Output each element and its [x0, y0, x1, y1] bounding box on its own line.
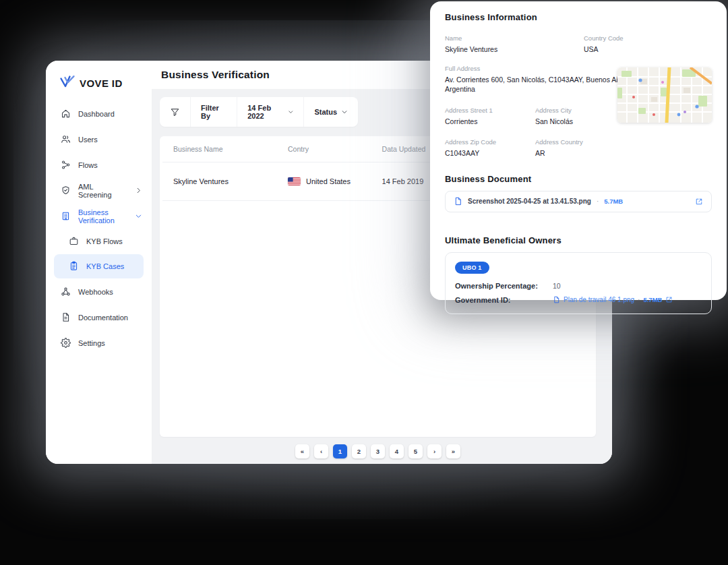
field-value: Av. Corrientes 600, San Nicolás, C1043AA…: [445, 75, 635, 94]
panel-title: Business Information: [445, 12, 712, 22]
field-label: Address Street 1: [445, 107, 535, 114]
pagination-page-5[interactable]: 5: [408, 444, 423, 458]
ownership-row: Ownership Percentage: 10: [455, 282, 702, 290]
pagination-page-4[interactable]: 4: [390, 444, 404, 458]
gear-icon: [61, 338, 71, 349]
vove-logo-icon: [59, 74, 75, 92]
flows-icon: [61, 160, 71, 171]
field-row: Name Skyline Ventures Country Code USA: [445, 34, 712, 54]
field-label: Name: [445, 34, 584, 42]
webhook-icon: [61, 287, 71, 298]
pagination-prev-button[interactable]: ‹: [314, 444, 328, 458]
external-link-icon[interactable]: [695, 198, 703, 206]
status-filter-dropdown[interactable]: Status: [304, 97, 358, 127]
field-name: Name Skyline Ventures: [445, 34, 584, 54]
government-id-label: Government ID:: [455, 296, 553, 304]
separator: ·: [638, 296, 640, 303]
sidebar-item-label: KYB Cases: [86, 262, 124, 270]
pagination-page-1[interactable]: 1: [333, 444, 347, 458]
sidebar-item-aml-screening[interactable]: AML Screening: [46, 178, 152, 204]
government-id-file-size: 5.7MB: [643, 296, 662, 303]
cell-business-name: Skyline Ventures: [173, 177, 288, 185]
document-file-size: 5.7MB: [604, 198, 623, 205]
status-filter-label: Status: [314, 108, 337, 116]
government-id-file-link[interactable]: Plan de travail 46 1.png · 5.7MB: [553, 296, 673, 303]
filter-by-label: Filter By: [201, 104, 226, 120]
date-filter-dropdown[interactable]: 14 Feb 2022: [237, 97, 304, 127]
ubo-section-title: Ultimate Beneficial Owners: [445, 235, 712, 245]
document-icon: [61, 312, 71, 324]
pagination-last-button[interactable]: »: [446, 444, 460, 458]
sidebar-item-kyb-flows[interactable]: KYB Flows: [46, 229, 152, 254]
sidebar-nav: Dashboard Users Flows AML Screening Busi…: [46, 101, 152, 356]
map-image: [617, 67, 712, 123]
field-country-code: Country Code USA: [584, 34, 712, 54]
page-title: Business Verification: [161, 69, 270, 81]
funnel-icon: [170, 107, 180, 117]
sidebar-item-kyb-cases[interactable]: KYB Cases: [54, 254, 144, 278]
shield-check-icon: [61, 185, 71, 197]
government-id-row: Government ID: Plan de travail 46 1.png …: [455, 296, 702, 304]
ownership-label: Ownership Percentage:: [455, 282, 553, 290]
file-icon: [553, 296, 560, 303]
field-country: Address Country AR: [535, 138, 712, 158]
chevron-down-icon: [288, 109, 294, 115]
cell-country: United States: [288, 177, 382, 185]
ownership-value: 10: [553, 282, 561, 290]
sidebar-item-users[interactable]: Users: [46, 127, 152, 152]
field-zip: Address Zip Code C1043AAY: [445, 138, 535, 158]
pagination: « ‹ 1 2 3 4 5 › »: [160, 444, 596, 458]
sidebar: VOVE ID Dashboard Users Flows AML Screen…: [46, 61, 152, 464]
ubo-badge: UBO 1: [455, 262, 489, 274]
sidebar-item-business-verification[interactable]: Business Verification: [46, 204, 152, 229]
sidebar-item-label: Users: [78, 136, 98, 144]
address-map-thumbnail[interactable]: [617, 67, 712, 123]
government-id-file-name: Plan de travail 46 1.png: [564, 296, 634, 303]
sidebar-item-webhooks[interactable]: Webhooks: [46, 279, 152, 305]
filter-by-button[interactable]: Filter By: [191, 97, 237, 127]
clipboard-list-icon: [69, 261, 79, 272]
field-label: Address Country: [535, 138, 712, 146]
logo[interactable]: VOVE ID: [46, 61, 152, 92]
business-document-row[interactable]: Screenshot 2025-04-25 at 13.41.53.png · …: [445, 191, 712, 212]
sidebar-item-dashboard[interactable]: Dashboard: [46, 101, 152, 127]
cell-country-label: United States: [306, 177, 351, 185]
logo-text: VOVE ID: [80, 78, 123, 89]
building-icon: [61, 211, 71, 222]
document-file-name: Screenshot 2025-04-25 at 13.41.53.png: [468, 198, 591, 205]
column-header-business-name: Business Name: [173, 145, 288, 153]
sidebar-item-label: Business Verification: [78, 208, 127, 225]
sidebar-item-settings[interactable]: Settings: [46, 330, 152, 356]
chevron-down-icon: [341, 109, 348, 115]
external-link-icon[interactable]: [665, 296, 673, 303]
home-icon: [61, 109, 71, 120]
date-filter-value: 14 Feb 2022: [247, 104, 284, 120]
business-info-panel: Business Information Name Skyline Ventur…: [430, 1, 727, 300]
sidebar-item-label: Settings: [78, 339, 105, 347]
chevron-down-icon: [135, 212, 142, 221]
field-row: Address Zip Code C1043AAY Address Countr…: [445, 138, 712, 158]
pagination-next-button[interactable]: ›: [427, 444, 442, 458]
us-flag-icon: [288, 177, 301, 185]
filter-funnel-button[interactable]: [160, 97, 191, 127]
pagination-page-2[interactable]: 2: [352, 444, 366, 458]
business-document-title: Business Document: [445, 174, 712, 184]
field-value: USA: [584, 44, 712, 54]
sidebar-item-documentation[interactable]: Documentation: [46, 305, 152, 330]
users-icon: [61, 134, 71, 146]
sidebar-item-label: Webhooks: [78, 288, 113, 296]
field-label: Address Zip Code: [445, 138, 535, 146]
briefcase-icon: [69, 236, 79, 247]
column-header-country: Contry: [288, 145, 382, 153]
sidebar-item-flows[interactable]: Flows: [46, 152, 152, 178]
field-value: Corrientes: [445, 117, 535, 126]
filter-bar: Filter By 14 Feb 2022 Status: [160, 97, 358, 127]
pagination-page-3[interactable]: 3: [371, 444, 385, 458]
sidebar-active-highlight: KYB Cases: [54, 254, 144, 278]
field-label: Country Code: [584, 34, 712, 42]
chevron-right-icon: [135, 187, 142, 196]
field-value: Skyline Ventures: [445, 44, 584, 54]
sidebar-item-label: KYB Flows: [86, 237, 123, 245]
pagination-first-button[interactable]: «: [295, 444, 309, 458]
sidebar-item-label: AML Screening: [78, 183, 127, 199]
